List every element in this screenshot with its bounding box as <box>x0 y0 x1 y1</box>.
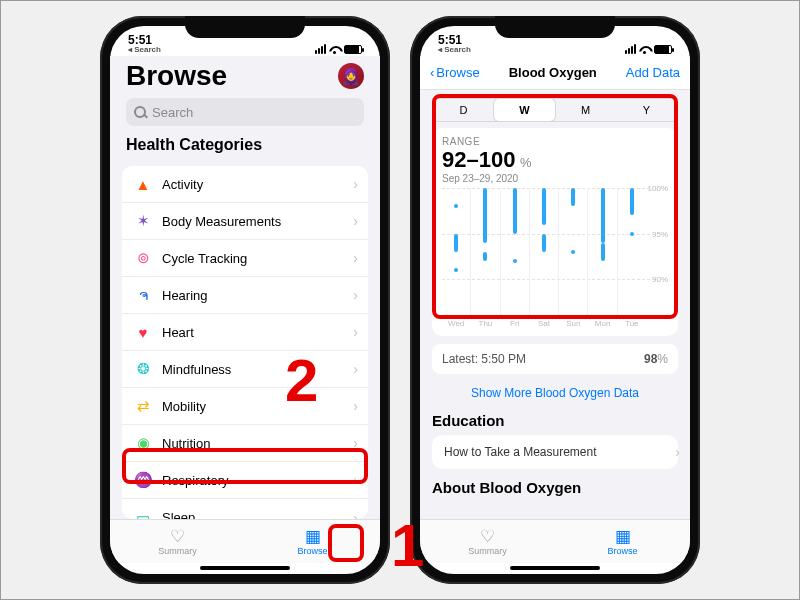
category-nutrition[interactable]: ◉Nutrition› <box>122 425 368 462</box>
chevron-right-icon: › <box>353 176 358 192</box>
signal-icon <box>625 44 636 54</box>
arrows-icon: ⇄ <box>134 397 152 415</box>
search-icon <box>134 106 146 118</box>
annotation-number-2: 2 <box>285 346 318 415</box>
range-label: RANGE <box>442 136 668 147</box>
latest-label: Latest: 5:50 PM <box>442 352 526 366</box>
segment-year[interactable]: Y <box>616 99 677 121</box>
flame-icon: ▲ <box>134 176 152 193</box>
heart-icon: ♥ <box>134 324 152 341</box>
chevron-right-icon: › <box>353 324 358 340</box>
heart-icon: ♡ <box>480 528 495 545</box>
segment-week[interactable]: W <box>494 99 555 121</box>
segment-day[interactable]: D <box>433 99 494 121</box>
add-data-button[interactable]: Add Data <box>626 65 680 80</box>
range-card: RANGE 92–100 % Sep 23–29, 2020 100%95%90… <box>432 128 678 336</box>
category-mobility[interactable]: ⇄Mobility› <box>122 388 368 425</box>
tab-bar: ♡Summary ▦Browse <box>110 519 380 563</box>
show-more-link[interactable]: Show More Blood Oxygen Data <box>420 386 690 400</box>
nav-bar: ‹Browse Blood Oxygen Add Data <box>420 56 690 90</box>
category-list: ▲Activity› ✶Body Measurements› ⊚Cycle Tr… <box>122 166 368 519</box>
chevron-right-icon: › <box>353 213 358 229</box>
home-indicator[interactable] <box>510 566 600 570</box>
range-unit: % <box>520 155 532 170</box>
category-hearing[interactable]: ຈHearing› <box>122 277 368 314</box>
about-title: About Blood Oxygen <box>432 479 678 496</box>
chevron-right-icon: › <box>675 444 680 460</box>
phone-left: 5:51 ◂ Search Browse 🧕 S <box>100 16 390 584</box>
apple-icon: ◉ <box>134 434 152 452</box>
range-value: 92–100 <box>442 147 515 172</box>
phone-right: 5:51 ◂ Search ‹Browse Blood Oxygen Add D… <box>410 16 700 584</box>
annotation-number-1: 1 <box>391 511 424 580</box>
lotus-icon: ❂ <box>134 360 152 378</box>
lungs-icon: ♒ <box>134 471 152 489</box>
education-row[interactable]: How to Take a Measurement› <box>432 435 678 469</box>
latest-value: 98 <box>644 352 657 366</box>
chevron-right-icon: › <box>353 361 358 377</box>
tab-summary[interactable]: ♡Summary <box>420 520 555 563</box>
nav-title: Blood Oxygen <box>509 65 597 80</box>
signal-icon <box>315 44 326 54</box>
home-indicator[interactable] <box>200 566 290 570</box>
chevron-right-icon: › <box>353 472 358 488</box>
cycle-icon: ⊚ <box>134 249 152 267</box>
page-title: Browse <box>126 60 227 92</box>
avatar[interactable]: 🧕 <box>338 63 364 89</box>
grid-icon: ▦ <box>615 528 631 545</box>
chevron-right-icon: › <box>353 398 358 414</box>
ear-icon: ຈ <box>134 286 152 304</box>
tab-browse[interactable]: ▦Browse <box>245 520 380 563</box>
category-cycle[interactable]: ⊚Cycle Tracking› <box>122 240 368 277</box>
category-heart[interactable]: ♥Heart› <box>122 314 368 351</box>
section-title: Health Categories <box>126 136 364 154</box>
chevron-left-icon: ‹ <box>430 65 434 80</box>
category-mindfulness[interactable]: ❂Mindfulness› <box>122 351 368 388</box>
grid-icon: ▦ <box>305 528 321 545</box>
wifi-icon <box>639 44 651 54</box>
wifi-icon <box>329 44 341 54</box>
search-input[interactable]: Search <box>126 98 364 126</box>
battery-icon <box>344 45 362 54</box>
back-button[interactable]: ‹Browse <box>430 65 480 80</box>
education-title: Education <box>432 412 678 429</box>
search-placeholder: Search <box>152 105 193 120</box>
chevron-right-icon: › <box>353 250 358 266</box>
heart-icon: ♡ <box>170 528 185 545</box>
tab-browse[interactable]: ▦Browse <box>555 520 690 563</box>
range-date: Sep 23–29, 2020 <box>442 173 668 184</box>
category-respiratory[interactable]: ♒Respiratory› <box>122 462 368 499</box>
bed-icon: ▭ <box>134 509 152 520</box>
blood-oxygen-chart[interactable]: 100%95%90%WedThuFriSatSunMonTue <box>442 188 668 328</box>
status-back-search[interactable]: ◂ Search <box>438 46 471 54</box>
notch <box>495 16 615 38</box>
chevron-right-icon: › <box>353 287 358 303</box>
chevron-right-icon: › <box>353 510 358 520</box>
latest-row[interactable]: Latest: 5:50 PM 98% <box>432 344 678 374</box>
tab-bar: ♡Summary ▦Browse <box>420 519 690 563</box>
status-back-search[interactable]: ◂ Search <box>128 46 161 54</box>
latest-unit: % <box>657 352 668 366</box>
notch <box>185 16 305 38</box>
time-range-segment: D W M Y <box>432 98 678 122</box>
battery-icon <box>654 45 672 54</box>
chevron-right-icon: › <box>353 435 358 451</box>
category-sleep[interactable]: ▭Sleep› <box>122 499 368 519</box>
segment-month[interactable]: M <box>555 99 616 121</box>
tab-summary[interactable]: ♡Summary <box>110 520 245 563</box>
category-body[interactable]: ✶Body Measurements› <box>122 203 368 240</box>
person-icon: ✶ <box>134 212 152 230</box>
category-activity[interactable]: ▲Activity› <box>122 166 368 203</box>
